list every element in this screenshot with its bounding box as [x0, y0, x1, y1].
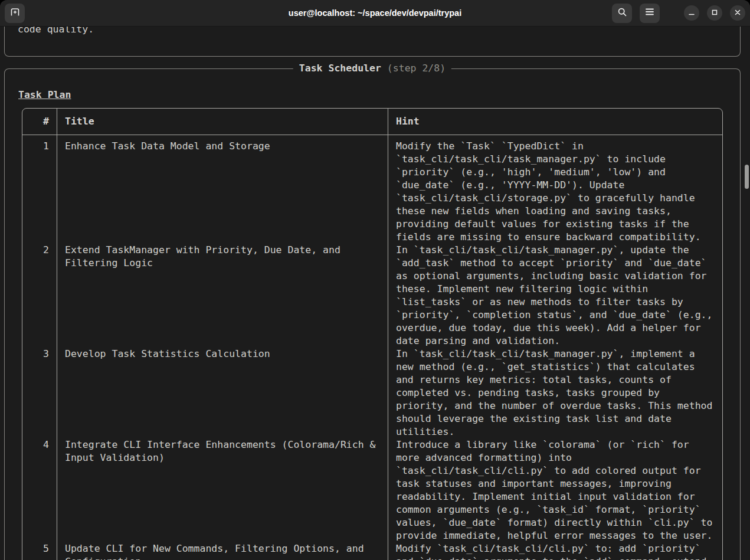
minimize-icon [688, 8, 695, 18]
table-header-row: # Title Hint [22, 109, 722, 135]
task-number: 1 [22, 135, 57, 244]
terminal-window: user@localhost: ~/space/dev/devpai/trypa… [0, 0, 750, 560]
table-row: 5 Update CLI for New Commands, Filtering… [22, 542, 722, 560]
new-tab-icon [10, 7, 20, 19]
minimize-button[interactable] [684, 5, 699, 21]
titlebar: user@localhost: ~/space/dev/devpai/trypa… [0, 0, 750, 27]
maximize-icon [711, 8, 718, 18]
task-plan-heading: Task Plan [18, 89, 71, 101]
task-hint: In `task_cli/task_cli/task_manager.py`, … [388, 244, 722, 348]
task-scheduler-panel: Task Scheduler (step 2/8) Task Plan # Ti… [4, 68, 741, 560]
panel-title: Task Scheduler [299, 63, 381, 74]
menu-button[interactable] [640, 4, 660, 23]
panel-step-indicator: (step 2/8) [387, 63, 446, 74]
table-row: 4 Integrate CLI Interface Enhancements (… [22, 438, 722, 542]
task-number: 5 [22, 542, 57, 560]
close-icon [734, 8, 741, 18]
new-tab-button[interactable] [5, 4, 25, 23]
previous-output-box: code quality. [4, 27, 741, 57]
task-hint: Introduce a library like `colorama` (or … [388, 438, 722, 542]
table-row: 3 Develop Task Statistics Calculation In… [22, 348, 722, 438]
panel-legend: Task Scheduler (step 2/8) [293, 62, 451, 75]
column-header-num: # [22, 109, 57, 135]
terminal-content[interactable]: code quality. Task Scheduler (step 2/8) … [0, 27, 750, 560]
table-row: 2 Extend TaskManager with Priority, Due … [22, 244, 722, 348]
column-header-hint: Hint [388, 109, 722, 135]
search-button[interactable] [612, 4, 632, 23]
table-row: 1 Enhance Task Data Model and Storage Mo… [22, 135, 722, 244]
task-number: 3 [22, 348, 57, 438]
task-hint: In `task_cli/task_cli/task_manager.py`, … [388, 348, 722, 438]
task-number: 4 [22, 438, 57, 542]
task-hint: Modify `task_cli/task_cli/cli.py` to: ad… [388, 542, 722, 560]
previous-output-text: code quality. [18, 27, 740, 36]
task-hint: Modify the `Task` `TypedDict` in `task_c… [388, 135, 722, 244]
search-icon [617, 7, 627, 19]
scrollbar[interactable] [745, 165, 749, 189]
task-number: 2 [22, 244, 57, 348]
task-title: Update CLI for New Commands, Filtering O… [57, 542, 388, 560]
menu-icon [645, 8, 654, 18]
window-title: user@localhost: ~/space/dev/devpai/trypa… [289, 8, 461, 18]
task-title: Integrate CLI Interface Enhancements (Co… [57, 438, 388, 542]
close-button[interactable] [730, 5, 745, 21]
task-title: Enhance Task Data Model and Storage [57, 135, 388, 244]
task-title: Develop Task Statistics Calculation [57, 348, 388, 438]
column-header-title: Title [57, 109, 388, 135]
maximize-button[interactable] [707, 5, 722, 21]
task-plan-table: # Title Hint 1 Enhance Task Data Model a… [22, 108, 723, 560]
task-title: Extend TaskManager with Priority, Due Da… [57, 244, 388, 348]
